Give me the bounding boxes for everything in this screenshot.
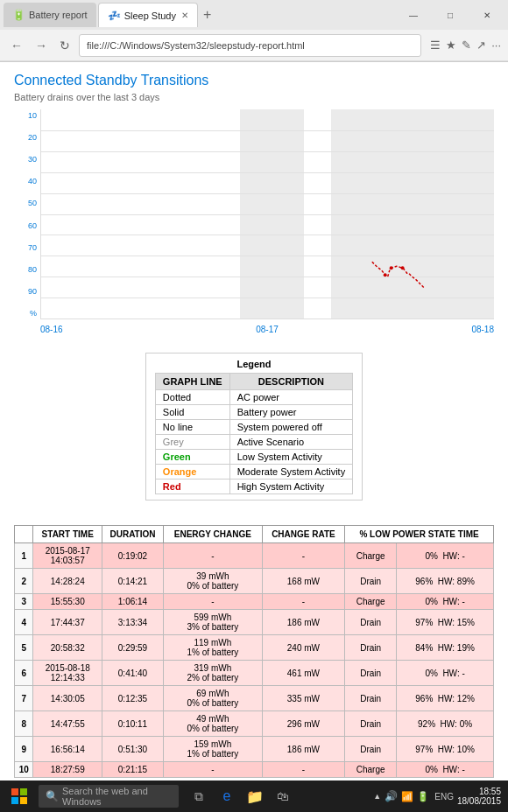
- col-energy: ENERGY CHANGE: [163, 526, 262, 543]
- favorites-icon[interactable]: ★: [446, 38, 456, 52]
- store-icon[interactable]: 🛍: [270, 780, 296, 812]
- row-num: 2: [15, 569, 33, 594]
- svg-point-2: [401, 266, 405, 270]
- change-rate: 186 mW: [262, 610, 344, 635]
- legend-line-solid: Solid: [155, 405, 229, 420]
- url-text: file:///C:/Windows/System32/sleepstudy-r…: [87, 40, 305, 51]
- back-button[interactable]: ←: [7, 37, 26, 54]
- start-button[interactable]: [4, 780, 35, 812]
- start-time: 20:58:32: [33, 635, 102, 661]
- lang-label: ENG: [434, 792, 454, 802]
- tab-sleep-label: Sleep Study: [124, 10, 176, 21]
- svg-point-1: [390, 266, 393, 270]
- col-duration: DURATION: [102, 526, 164, 543]
- minimize-button[interactable]: —: [396, 0, 431, 30]
- hw-pct: 96% HW: 89%: [397, 569, 494, 594]
- maximize-button[interactable]: □: [433, 0, 468, 30]
- tab-battery-report[interactable]: 🔋 Battery report: [4, 3, 96, 27]
- url-input[interactable]: file:///C:/Windows/System32/sleepstudy-r…: [79, 34, 421, 57]
- refresh-button[interactable]: ↻: [56, 37, 74, 54]
- legend-row-red: Red High System Activity: [155, 480, 352, 494]
- energy: -: [163, 594, 262, 610]
- legend-line-dotted: Dotted: [155, 390, 229, 405]
- up-arrow-icon[interactable]: ▲: [373, 792, 381, 801]
- y-label-70: 70: [14, 243, 40, 252]
- duration: 0:41:40: [102, 661, 164, 686]
- legend-desc-green: Low System Activity: [229, 450, 353, 465]
- energy: 599 mWh3% of battery: [163, 610, 262, 635]
- x-axis: 08-16 08-17 08-18: [40, 319, 494, 346]
- file-explorer-icon[interactable]: 📁: [242, 780, 268, 812]
- duration: 0:21:15: [102, 762, 164, 778]
- tab-sleep-study[interactable]: 💤 Sleep Study ✕: [98, 3, 198, 27]
- legend-desc-red: High System Activity: [229, 480, 353, 494]
- change-rate: 296 mW: [262, 711, 344, 737]
- energy: -: [163, 543, 262, 569]
- row-num: 8: [15, 711, 33, 737]
- hw-pct: 97% HW: 15%: [397, 610, 494, 635]
- change-rate: 168 mW: [262, 569, 344, 594]
- network-icon[interactable]: 📶: [401, 791, 413, 802]
- legend-row-solid: Solid Battery power: [155, 405, 352, 420]
- table-row: 1 2015-08-1714:03:57 0:19:02 - - Charge …: [15, 543, 494, 569]
- toolbar-icons: ☰ ★ ✎ ↗ ···: [430, 38, 501, 52]
- y-label-30: 30: [14, 155, 40, 164]
- table-row: 9 16:56:14 0:51:30 159 mWh1% of battery …: [15, 737, 494, 762]
- svg-rect-6: [20, 797, 27, 804]
- more-icon[interactable]: ···: [491, 38, 501, 52]
- legend-row-dotted: Dotted AC power: [155, 390, 352, 405]
- table-row: 7 14:30:05 0:12:35 69 mWh0% of battery 3…: [15, 686, 494, 711]
- share-icon[interactable]: ↗: [476, 38, 486, 52]
- duration: 0:10:11: [102, 711, 164, 737]
- row-num: 3: [15, 594, 33, 610]
- hw-pct: 0% HW: -: [397, 594, 494, 610]
- drain-type: Drain: [345, 737, 397, 762]
- battery-tray-icon[interactable]: 🔋: [417, 791, 429, 802]
- web-note-icon[interactable]: ✎: [462, 38, 471, 52]
- ie-icon[interactable]: e: [214, 780, 240, 812]
- date-display: 18/08/2015: [457, 796, 501, 806]
- speaker-icon[interactable]: 🔊: [385, 790, 398, 802]
- duration: 0:14:21: [102, 569, 164, 594]
- start-time: 2015-08-1812:14:33: [33, 661, 102, 686]
- x-label-0817: 08-17: [256, 325, 279, 346]
- close-button[interactable]: ✕: [469, 0, 504, 30]
- clock[interactable]: 18:55 18/08/2015: [457, 787, 501, 806]
- hub-icon[interactable]: ☰: [430, 38, 441, 52]
- drain-type: Charge: [345, 762, 397, 778]
- taskbar-search-box[interactable]: 🔍 Search the web and Windows: [39, 785, 179, 808]
- energy: -: [163, 762, 262, 778]
- time-display: 18:55: [457, 787, 501, 796]
- chart-area: [40, 109, 494, 319]
- new-tab-button[interactable]: +: [203, 7, 211, 23]
- tab-close-icon[interactable]: ✕: [181, 10, 188, 20]
- start-time: 2015-08-1714:03:57: [33, 543, 102, 569]
- legend-desc-solid: Battery power: [229, 405, 353, 420]
- change-rate: 335 mW: [262, 686, 344, 711]
- change-rate: 240 mW: [262, 635, 344, 661]
- edge-icon: e: [223, 788, 231, 804]
- duration: 0:51:30: [102, 737, 164, 762]
- legend-container: Legend GRAPH LINE DESCRIPTION Dotted AC …: [14, 353, 494, 513]
- data-table: START TIME DURATION ENERGY CHANGE CHANGE…: [14, 525, 494, 778]
- y-label-50: 50: [14, 199, 40, 207]
- y-axis: % 90 80 70 60 50 40 30 20 10: [14, 109, 40, 319]
- legend-line-green: Green: [155, 450, 229, 465]
- y-label-60: 60: [14, 221, 40, 230]
- energy: 319 mWh2% of battery: [163, 661, 262, 686]
- taskview-button[interactable]: ⧉: [186, 780, 212, 812]
- y-label-10: 10: [14, 111, 40, 120]
- hw-pct: 0% HW: -: [397, 762, 494, 778]
- col-num: [15, 526, 33, 543]
- hw-pct: 97% HW: 10%: [397, 737, 494, 762]
- svg-point-0: [384, 273, 387, 276]
- start-time: 14:28:24: [33, 569, 102, 594]
- taskbar-right: ▲ 🔊 📶 🔋 ENG 18:55 18/08/2015: [373, 787, 504, 806]
- tab-battery-label: Battery report: [29, 10, 88, 20]
- legend-row-noline: No line System powered off: [155, 420, 352, 435]
- forward-button[interactable]: →: [32, 37, 51, 54]
- start-time: 14:47:55: [33, 711, 102, 737]
- table-row: 8 14:47:55 0:10:11 49 mWh0% of battery 2…: [15, 711, 494, 737]
- duration: 0:19:02: [102, 543, 164, 569]
- change-rate: -: [262, 543, 344, 569]
